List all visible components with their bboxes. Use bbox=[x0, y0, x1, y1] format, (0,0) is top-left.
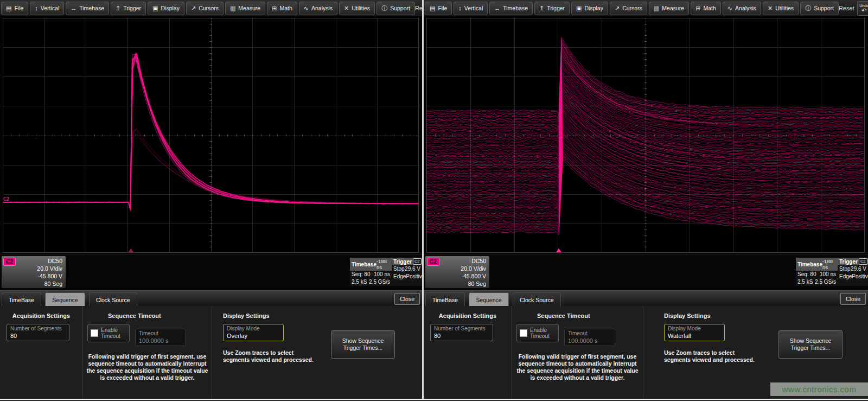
display-mode-select[interactable]: Display Mode Overlay bbox=[223, 324, 284, 341]
trigger-level: 29.6 V bbox=[851, 265, 866, 273]
timeout-note: Following valid trigger of first segment… bbox=[516, 353, 639, 381]
menu-button-timebase[interactable]: ↔ Timebase bbox=[489, 2, 533, 15]
menu-button-vertical[interactable]: ↕ Vertical bbox=[30, 2, 64, 15]
dialog-tab-row: TimeBase Sequence Clock Source Close bbox=[424, 290, 868, 306]
enable-timeout-checkbox[interactable]: Enable Timeout bbox=[516, 324, 559, 342]
trigger-source-badge: C2 bbox=[413, 258, 422, 265]
horizontal-arrows-icon: ↔ bbox=[71, 5, 76, 11]
trigger-descriptor[interactable]: TriggerC2DC Stop29.6 V EdgePositive bbox=[392, 258, 422, 286]
menu-button-label: Trigger bbox=[123, 5, 141, 11]
calculator-icon: ⊞ bbox=[695, 5, 700, 12]
number-of-segments-value: 80 bbox=[10, 332, 66, 340]
scope-panel-waterfall: ▤ File ↕ Vertical ↔ Timebase ↥ bbox=[424, 0, 868, 402]
undo-button[interactable]: Undo ↶ bbox=[857, 1, 868, 16]
enable-timeout-label: Enable Timeout bbox=[101, 327, 126, 339]
menu-button-display[interactable]: ▣ Display bbox=[571, 2, 608, 15]
trigger-descriptor[interactable]: TriggerC2DC Stop29.6 V EdgePositive bbox=[838, 258, 868, 286]
menu-button-analysis[interactable]: ∿ Analysis bbox=[299, 2, 337, 15]
close-button[interactable]: Close bbox=[394, 293, 420, 305]
display-icon: ▣ bbox=[576, 5, 582, 12]
trigger-edge-icon: ↥ bbox=[539, 5, 544, 12]
number-of-segments-value: 80 bbox=[434, 332, 489, 340]
info-icon: ⓘ bbox=[381, 4, 387, 12]
timebase-title: Timebase bbox=[352, 261, 376, 267]
menu-button-analysis[interactable]: ∿ Analysis bbox=[723, 2, 761, 15]
timebase-per-div: 100 ns bbox=[374, 271, 390, 278]
show-sequence-trigger-times-button[interactable]: Show Sequence Trigger Times... bbox=[331, 330, 395, 359]
sequence-timeout-heading: Sequence Timeout bbox=[83, 312, 212, 319]
tab-timebase[interactable]: TimeBase bbox=[425, 292, 465, 307]
menu-items: ▤ File ↕ Vertical ↔ Timebase ↥ bbox=[425, 2, 839, 15]
menu-button-trigger[interactable]: ↥ Trigger bbox=[534, 2, 570, 15]
display-mode-select[interactable]: Display Mode Waterfall bbox=[664, 324, 725, 341]
sequence-dialog: Acquisition Settings Number of Segments … bbox=[0, 306, 422, 399]
file-icon: ▤ bbox=[430, 5, 435, 12]
channel-badge: C2 bbox=[427, 258, 439, 266]
show-sequence-trigger-times-button[interactable]: Show Sequence Trigger Times... bbox=[778, 330, 843, 359]
trigger-state: Stop bbox=[839, 265, 851, 273]
menu-button-timebase[interactable]: ↔ Timebase bbox=[66, 2, 109, 15]
menu-button-cursors[interactable]: ↗ Cursors bbox=[186, 2, 224, 15]
menu-button-label: File bbox=[438, 5, 447, 11]
tab-sequence[interactable]: Sequence bbox=[469, 292, 508, 307]
menu-button-cursors[interactable]: ↗ Cursors bbox=[610, 2, 647, 15]
menu-button-label: Display bbox=[161, 5, 179, 11]
channel-segments: 80 Seg bbox=[426, 280, 486, 288]
timebase-rate: 2.5 GS/s bbox=[369, 278, 390, 286]
timebase-samples: 2.5 kS bbox=[797, 278, 813, 286]
trigger-title: Trigger bbox=[393, 259, 412, 265]
timebase-trigger-group: Timebase-188 ns Seq: 80100 ns 2.5 kS2.5 … bbox=[350, 258, 422, 286]
menu-button-file[interactable]: ▤ File bbox=[425, 2, 452, 15]
timebase-seq: Seq: 80 bbox=[797, 271, 816, 278]
menu-button-utilities[interactable]: ✕ Utilities bbox=[763, 2, 799, 15]
menu-bar: ▤ File ↕ Vertical ↔ Timebase ↥ bbox=[0, 0, 422, 17]
timeout-label: Timeout bbox=[139, 330, 182, 337]
menu-button-label: Utilities bbox=[352, 5, 370, 11]
number-of-segments-field[interactable]: Number of Segments 80 bbox=[7, 324, 69, 341]
info-icon: ⓘ bbox=[805, 4, 811, 12]
menu-button-label: Support bbox=[814, 5, 834, 11]
menu-button-math[interactable]: ⊞ Math bbox=[267, 2, 297, 15]
ruler-icon: ▥ bbox=[654, 5, 659, 12]
waveform-chart-icon: ∿ bbox=[304, 5, 309, 12]
menu-button-vertical[interactable]: ↕ Vertical bbox=[454, 2, 488, 15]
reset-button[interactable]: Reset bbox=[839, 5, 854, 11]
timebase-delay: -188 ns bbox=[822, 258, 836, 270]
close-button[interactable]: Close bbox=[840, 293, 866, 305]
menu-button-measure[interactable]: ▥ Measure bbox=[225, 2, 265, 15]
menu-button-math[interactable]: ⊞ Math bbox=[691, 2, 721, 15]
reset-button[interactable]: Reset bbox=[415, 5, 422, 11]
dialog-tab-row: TimeBase Sequence Clock Source Close bbox=[0, 290, 422, 306]
timeout-note: Following valid trigger of first segment… bbox=[86, 353, 209, 381]
tab-timebase[interactable]: TimeBase bbox=[2, 292, 41, 307]
waveform-grid-waterfall[interactable] bbox=[426, 18, 865, 253]
checkbox-icon bbox=[91, 329, 98, 337]
timebase-rate: 2.5 GS/s bbox=[815, 278, 836, 286]
waveform-area-overlay bbox=[0, 17, 422, 254]
enable-timeout-checkbox[interactable]: Enable Timeout bbox=[87, 324, 130, 342]
scope-screen: ▤ File ↕ Vertical ↔ Timebase ↥ bbox=[0, 0, 868, 402]
menu-button-label: Support bbox=[390, 5, 410, 11]
menu-button-utilities[interactable]: ✕ Utilities bbox=[339, 2, 375, 15]
menu-button-display[interactable]: ▣ Display bbox=[148, 2, 184, 15]
waveform-grid-overlay[interactable] bbox=[3, 18, 419, 253]
enable-timeout-label: Enable Timeout bbox=[530, 327, 556, 339]
timeout-field: Timeout 100.0000 s bbox=[564, 329, 615, 346]
timebase-descriptor[interactable]: Timebase-188 ns Seq: 80100 ns 2.5 kS2.5 … bbox=[350, 258, 392, 286]
channel-descriptor[interactable]: C2 DC50 20.0 V/div -45.800 V 80 Seg bbox=[425, 256, 489, 288]
menu-button-trigger[interactable]: ↥ Trigger bbox=[111, 2, 146, 15]
number-of-segments-field[interactable]: Number of Segments 80 bbox=[430, 324, 493, 341]
menu-button-support[interactable]: ⓘ Support bbox=[800, 2, 839, 15]
display-icon: ▣ bbox=[152, 5, 158, 12]
tab-sequence[interactable]: Sequence bbox=[45, 292, 85, 307]
menu-button-label: Analysis bbox=[735, 5, 756, 11]
tab-clock-source[interactable]: Clock Source bbox=[89, 292, 137, 307]
timebase-descriptor[interactable]: Timebase-188 ns Seq: 80100 ns 2.5 kS2.5 … bbox=[796, 258, 838, 286]
menu-button-support[interactable]: ⓘ Support bbox=[376, 2, 415, 15]
menu-button-file[interactable]: ▤ File bbox=[1, 2, 28, 15]
timeout-label: Timeout bbox=[568, 330, 611, 337]
horizontal-arrows-icon: ↔ bbox=[494, 5, 500, 11]
menu-button-measure[interactable]: ▥ Measure bbox=[649, 2, 689, 15]
tab-clock-source[interactable]: Clock Source bbox=[513, 292, 560, 307]
channel-descriptor[interactable]: C2 DC50 20.0 V/div -45.800 V 80 Seg bbox=[2, 256, 66, 288]
